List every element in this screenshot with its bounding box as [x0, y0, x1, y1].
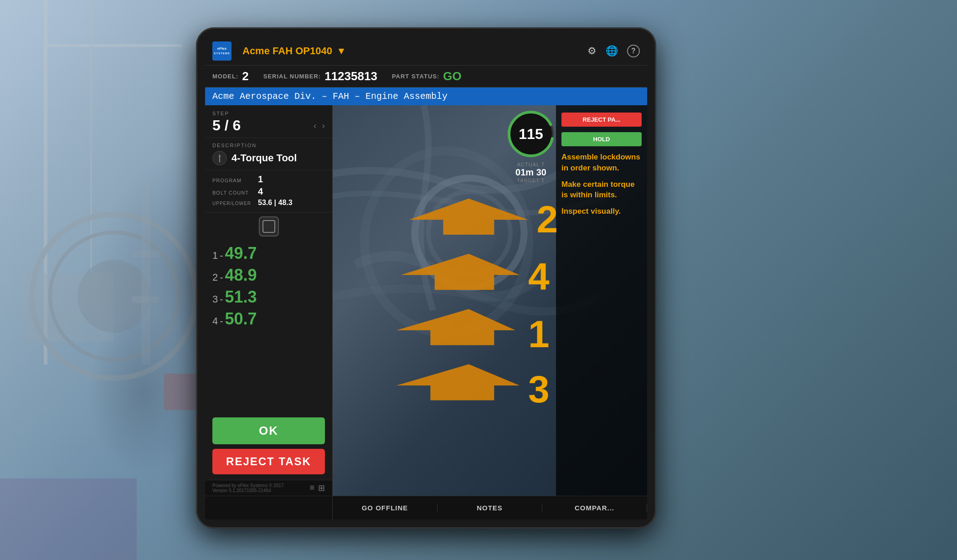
blue-title-bar: Acme Aerospace Div. – FAH – Engine Assem… — [205, 87, 647, 105]
svg-rect-8 — [132, 251, 160, 257]
torque-reading-4: 4 - 50.7 — [212, 309, 325, 329]
svg-rect-9 — [132, 296, 160, 303]
torque-reading-2: 2 - 48.9 — [212, 266, 325, 285]
model-value: 2 — [242, 69, 248, 83]
globe-icon[interactable]: 🌐 — [606, 45, 618, 57]
header-icons: ⚙ 🌐 ? — [587, 45, 640, 57]
bottom-bar: GO OFFLINE NOTES COMPAR... — [205, 496, 647, 519]
main-content: STEP 5 / 6 ‹ › DESCRIPTION — [205, 105, 647, 496]
svg-rect-11 — [0, 478, 137, 560]
footer-icons: ≡ ⊞ — [309, 483, 325, 493]
actual-t-label: ACTUAL T — [497, 162, 565, 167]
target-t-label: TARGET T — [497, 178, 565, 183]
action-buttons: OK REJECT TASK — [205, 414, 332, 480]
bottom-spacer — [205, 496, 333, 519]
torque-reading-3: 3 - 51.3 — [212, 288, 325, 307]
bottom-buttons: GO OFFLINE NOTES COMPAR... — [333, 504, 647, 512]
info-bar: MODEL: 2 SERIAL NUMBER: 11235813 PART ST… — [205, 66, 647, 87]
svg-marker-23 — [396, 364, 520, 400]
model-label: MODEL: — [212, 73, 238, 80]
program-label: PROGRAM — [212, 178, 253, 183]
upper-lower-row: UPPER/LOWER 53.6 | 48.3 — [212, 199, 325, 207]
svg-rect-7 — [141, 182, 150, 365]
program-value: 1 — [258, 174, 263, 185]
tool-name: 4-Torque Tool — [232, 152, 297, 164]
svg-marker-19 — [401, 254, 520, 290]
nav-arrows: ‹ › — [314, 120, 325, 131]
left-panel: STEP 5 / 6 ‹ › DESCRIPTION — [205, 105, 333, 496]
bolt-count-value: 4 — [258, 186, 263, 197]
serial-label: SERIAL NUMBER: — [263, 73, 321, 80]
status-item: PART STATUS: GO — [392, 69, 462, 83]
go-offline-button[interactable]: GO OFFLINE — [333, 504, 437, 512]
tablet-screen: eFlexSYSTEMS Acme FAH OP1040 ▾ ⚙ 🌐 ? MOD… — [205, 36, 647, 519]
tablet-frame: eFlexSYSTEMS Acme FAH OP1040 ▾ ⚙ 🌐 ? MOD… — [196, 27, 656, 529]
notes-button[interactable]: NOTES — [437, 504, 542, 512]
step-nav: 5 / 6 ‹ › — [212, 117, 325, 134]
prev-arrow[interactable]: ‹ — [314, 120, 317, 131]
app-title-text: Acme FAH OP1040 — [242, 45, 332, 57]
bolt-count-row: BOLT COUNT 4 — [212, 186, 325, 197]
svg-text:3: 3 — [528, 368, 550, 411]
settings-icon[interactable]: ⚙ — [587, 45, 597, 57]
footer-info: Powered by eFlex Systems © 2017. Version… — [212, 483, 285, 493]
right-panel: 2 4 1 3 — [333, 105, 647, 496]
top-header: eFlexSYSTEMS Acme FAH OP1040 ▾ ⚙ 🌐 ? — [205, 36, 647, 66]
tool-icon — [212, 151, 227, 165]
powered-by: Powered by eFlex Systems © 2017. — [212, 483, 285, 488]
upper-lower-value: 53.6 | 48.3 — [258, 199, 293, 207]
ok-button[interactable]: OK — [212, 417, 325, 444]
svg-text:4: 4 — [528, 255, 550, 298]
app-title: Acme FAH OP1040 ▾ — [242, 45, 587, 57]
params-section: PROGRAM 1 BOLT COUNT 4 UPPER/LOWER 53.6 … — [205, 170, 332, 213]
torque-section: 1 - 49.7 2 - 48.9 3 - 51.3 — [205, 240, 332, 414]
home-button[interactable] — [259, 216, 279, 236]
model-item: MODEL: 2 — [212, 69, 249, 83]
timer-display: 115 — [519, 126, 543, 142]
svg-text:1: 1 — [528, 313, 550, 355]
status-value: GO — [443, 69, 461, 83]
status-label: PART STATUS: — [392, 73, 439, 80]
compare-button[interactable]: COMPAR... — [542, 504, 647, 512]
torque-value-2: 48.9 — [225, 266, 257, 285]
logo-area: eFlexSYSTEMS — [212, 41, 232, 61]
timer-panel: 115 ACTUAL T 01m 30 TARGET T — [497, 109, 565, 183]
panel-footer: Powered by eFlex Systems © 2017. Version… — [205, 480, 332, 496]
torque-value-3: 51.3 — [225, 288, 257, 307]
svg-marker-21 — [396, 309, 515, 345]
tool-row: 4-Torque Tool — [212, 151, 325, 165]
dropdown-icon[interactable]: ▾ — [339, 45, 344, 57]
bolt-count-label: BOLT COUNT — [212, 190, 253, 195]
torque-value-4: 50.7 — [225, 309, 257, 329]
next-arrow[interactable]: › — [322, 120, 325, 131]
program-row: PROGRAM 1 — [212, 174, 325, 185]
blue-title-text: Acme Aerospace Div. – FAH – Engine Assem… — [212, 91, 448, 102]
help-icon[interactable]: ? — [627, 45, 640, 57]
version: Version 5.1.20171005-2146d — [212, 488, 285, 493]
upper-lower-label: UPPER/LOWER — [212, 201, 253, 206]
grid-view-icon[interactable]: ⊞ — [318, 483, 325, 493]
svg-rect-12 — [219, 158, 220, 162]
description-label: DESCRIPTION — [212, 143, 325, 148]
step-section: STEP 5 / 6 ‹ › — [205, 105, 332, 138]
step-number: 5 / 6 — [212, 117, 241, 134]
serial-value: 11235813 — [324, 69, 377, 83]
step-label: STEP — [212, 111, 325, 116]
actual-time: 01m 30 — [497, 167, 565, 178]
torque-value-1: 49.7 — [225, 244, 257, 263]
svg-text:2: 2 — [537, 198, 558, 241]
tool-section: DESCRIPTION 4-Torque Tool — [205, 138, 332, 170]
home-button-area — [205, 213, 332, 240]
reject-task-button[interactable]: REJECT TASK — [212, 449, 325, 474]
list-view-icon[interactable]: ≡ — [309, 483, 314, 493]
svg-marker-17 — [409, 199, 528, 235]
serial-item: SERIAL NUMBER: 11235813 — [263, 69, 377, 83]
torque-reading-1: 1 - 49.7 — [212, 244, 325, 263]
home-button-inner — [262, 220, 275, 233]
